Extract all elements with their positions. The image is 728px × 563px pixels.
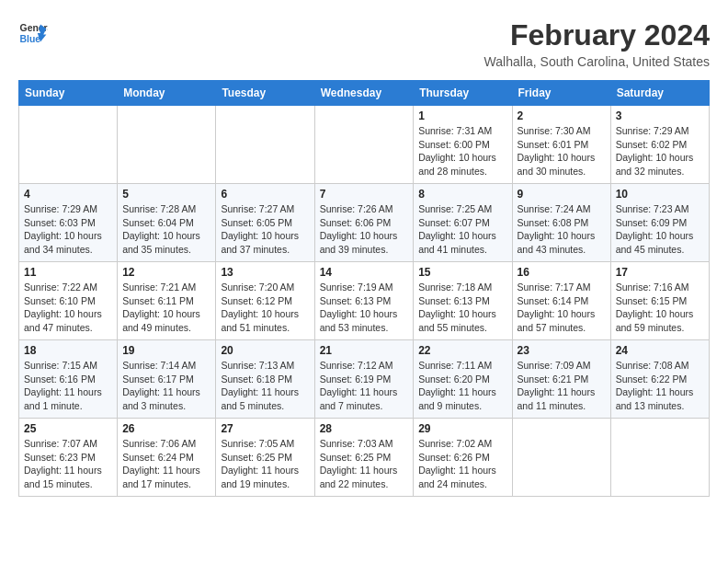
calendar-cell: 18Sunrise: 7:15 AM Sunset: 6:16 PM Dayli… <box>19 340 118 419</box>
calendar-cell: 28Sunrise: 7:03 AM Sunset: 6:25 PM Dayli… <box>314 419 414 497</box>
day-info: Sunrise: 7:03 AM Sunset: 6:25 PM Dayligh… <box>320 437 409 491</box>
week-row-3: 11Sunrise: 7:22 AM Sunset: 6:10 PM Dayli… <box>19 262 710 340</box>
calendar-cell: 1Sunrise: 7:31 AM Sunset: 6:00 PM Daylig… <box>414 106 512 184</box>
calendar-cell: 15Sunrise: 7:18 AM Sunset: 6:13 PM Dayli… <box>414 262 512 340</box>
day-info: Sunrise: 7:30 AM Sunset: 6:01 PM Dayligh… <box>518 124 606 178</box>
day-number: 22 <box>418 344 506 357</box>
day-number: 4 <box>24 188 112 201</box>
day-info: Sunrise: 7:29 AM Sunset: 6:02 PM Dayligh… <box>616 124 704 178</box>
day-number: 16 <box>518 266 606 279</box>
day-info: Sunrise: 7:17 AM Sunset: 6:14 PM Dayligh… <box>518 281 606 335</box>
calendar-cell: 17Sunrise: 7:16 AM Sunset: 6:15 PM Dayli… <box>610 262 709 340</box>
calendar-cell: 8Sunrise: 7:25 AM Sunset: 6:07 PM Daylig… <box>414 184 512 262</box>
day-info: Sunrise: 7:21 AM Sunset: 6:11 PM Dayligh… <box>122 281 210 335</box>
day-info: Sunrise: 7:19 AM Sunset: 6:13 PM Dayligh… <box>320 281 409 335</box>
calendar-cell: 3Sunrise: 7:29 AM Sunset: 6:02 PM Daylig… <box>610 106 709 184</box>
calendar-cell: 7Sunrise: 7:26 AM Sunset: 6:06 PM Daylig… <box>314 184 414 262</box>
day-number: 17 <box>616 266 704 279</box>
day-info: Sunrise: 7:05 AM Sunset: 6:25 PM Dayligh… <box>221 437 309 491</box>
header-day-friday: Friday <box>512 81 610 106</box>
day-number: 11 <box>24 266 112 279</box>
day-info: Sunrise: 7:22 AM Sunset: 6:10 PM Dayligh… <box>24 281 112 335</box>
day-info: Sunrise: 7:11 AM Sunset: 6:20 PM Dayligh… <box>418 359 506 413</box>
header-day-saturday: Saturday <box>610 81 709 106</box>
calendar-cell <box>118 106 216 184</box>
week-row-4: 18Sunrise: 7:15 AM Sunset: 6:16 PM Dayli… <box>19 340 710 419</box>
calendar-cell: 5Sunrise: 7:28 AM Sunset: 6:04 PM Daylig… <box>118 184 216 262</box>
day-info: Sunrise: 7:24 AM Sunset: 6:08 PM Dayligh… <box>518 202 606 257</box>
day-number: 26 <box>122 422 210 435</box>
day-info: Sunrise: 7:06 AM Sunset: 6:24 PM Dayligh… <box>122 437 210 491</box>
calendar-cell <box>19 106 118 184</box>
calendar-cell: 4Sunrise: 7:29 AM Sunset: 6:03 PM Daylig… <box>19 184 118 262</box>
day-info: Sunrise: 7:31 AM Sunset: 6:00 PM Dayligh… <box>418 124 506 178</box>
calendar-table: SundayMondayTuesdayWednesdayThursdayFrid… <box>18 80 710 497</box>
calendar-cell: 2Sunrise: 7:30 AM Sunset: 6:01 PM Daylig… <box>512 106 610 184</box>
day-info: Sunrise: 7:08 AM Sunset: 6:22 PM Dayligh… <box>616 359 704 413</box>
logo-icon: General Blue <box>18 18 48 48</box>
day-info: Sunrise: 7:29 AM Sunset: 6:03 PM Dayligh… <box>24 202 112 257</box>
header-day-tuesday: Tuesday <box>216 81 314 106</box>
svg-text:Blue: Blue <box>20 34 41 44</box>
calendar-cell <box>216 106 314 184</box>
calendar-cell: 25Sunrise: 7:07 AM Sunset: 6:23 PM Dayli… <box>19 419 118 497</box>
calendar-cell: 14Sunrise: 7:19 AM Sunset: 6:13 PM Dayli… <box>314 262 414 340</box>
logo: General Blue <box>18 18 48 48</box>
day-number: 24 <box>616 344 704 357</box>
day-info: Sunrise: 7:23 AM Sunset: 6:09 PM Dayligh… <box>616 202 704 257</box>
day-number: 23 <box>518 344 606 357</box>
month-year-title: February 2024 <box>484 18 710 52</box>
calendar-cell: 26Sunrise: 7:06 AM Sunset: 6:24 PM Dayli… <box>118 419 216 497</box>
day-number: 12 <box>122 266 210 279</box>
day-number: 3 <box>616 109 704 122</box>
calendar-cell: 20Sunrise: 7:13 AM Sunset: 6:18 PM Dayli… <box>216 340 314 419</box>
day-info: Sunrise: 7:18 AM Sunset: 6:13 PM Dayligh… <box>418 281 506 335</box>
header-day-sunday: Sunday <box>19 81 118 106</box>
title-block: February 2024 Walhalla, South Carolina, … <box>484 18 710 69</box>
location-subtitle: Walhalla, South Carolina, United States <box>484 54 710 69</box>
day-info: Sunrise: 7:26 AM Sunset: 6:06 PM Dayligh… <box>320 202 409 257</box>
calendar-cell: 12Sunrise: 7:21 AM Sunset: 6:11 PM Dayli… <box>118 262 216 340</box>
day-info: Sunrise: 7:20 AM Sunset: 6:12 PM Dayligh… <box>221 281 309 335</box>
day-info: Sunrise: 7:28 AM Sunset: 6:04 PM Dayligh… <box>122 202 210 257</box>
day-number: 2 <box>518 109 606 122</box>
calendar-cell: 19Sunrise: 7:14 AM Sunset: 6:17 PM Dayli… <box>118 340 216 419</box>
day-info: Sunrise: 7:09 AM Sunset: 6:21 PM Dayligh… <box>518 359 606 413</box>
calendar-cell: 10Sunrise: 7:23 AM Sunset: 6:09 PM Dayli… <box>610 184 709 262</box>
header-day-thursday: Thursday <box>414 81 512 106</box>
calendar-cell: 22Sunrise: 7:11 AM Sunset: 6:20 PM Dayli… <box>414 340 512 419</box>
day-number: 29 <box>418 422 506 435</box>
day-number: 8 <box>418 188 506 201</box>
day-info: Sunrise: 7:15 AM Sunset: 6:16 PM Dayligh… <box>24 359 112 413</box>
day-number: 9 <box>518 188 606 201</box>
header-day-wednesday: Wednesday <box>314 81 414 106</box>
calendar-cell: 24Sunrise: 7:08 AM Sunset: 6:22 PM Dayli… <box>610 340 709 419</box>
day-number: 10 <box>616 188 704 201</box>
calendar-cell: 16Sunrise: 7:17 AM Sunset: 6:14 PM Dayli… <box>512 262 610 340</box>
week-row-1: 1Sunrise: 7:31 AM Sunset: 6:00 PM Daylig… <box>19 106 710 184</box>
page-header: General Blue February 2024 Walhalla, Sou… <box>18 18 710 69</box>
calendar-cell: 27Sunrise: 7:05 AM Sunset: 6:25 PM Dayli… <box>216 419 314 497</box>
day-number: 14 <box>320 266 409 279</box>
day-number: 1 <box>418 109 506 122</box>
day-info: Sunrise: 7:14 AM Sunset: 6:17 PM Dayligh… <box>122 359 210 413</box>
day-number: 15 <box>418 266 506 279</box>
calendar-cell: 21Sunrise: 7:12 AM Sunset: 6:19 PM Dayli… <box>314 340 414 419</box>
day-info: Sunrise: 7:02 AM Sunset: 6:26 PM Dayligh… <box>418 437 506 491</box>
day-number: 18 <box>24 344 112 357</box>
day-info: Sunrise: 7:13 AM Sunset: 6:18 PM Dayligh… <box>221 359 309 413</box>
week-row-5: 25Sunrise: 7:07 AM Sunset: 6:23 PM Dayli… <box>19 419 710 497</box>
day-number: 5 <box>122 188 210 201</box>
calendar-cell: 11Sunrise: 7:22 AM Sunset: 6:10 PM Dayli… <box>19 262 118 340</box>
calendar-cell <box>610 419 709 497</box>
day-info: Sunrise: 7:27 AM Sunset: 6:05 PM Dayligh… <box>221 202 309 257</box>
day-number: 25 <box>24 422 112 435</box>
calendar-header-row: SundayMondayTuesdayWednesdayThursdayFrid… <box>19 81 710 106</box>
day-number: 13 <box>221 266 309 279</box>
day-info: Sunrise: 7:25 AM Sunset: 6:07 PM Dayligh… <box>418 202 506 257</box>
calendar-cell <box>512 419 610 497</box>
week-row-2: 4Sunrise: 7:29 AM Sunset: 6:03 PM Daylig… <box>19 184 710 262</box>
calendar-cell: 29Sunrise: 7:02 AM Sunset: 6:26 PM Dayli… <box>414 419 512 497</box>
day-number: 19 <box>122 344 210 357</box>
day-number: 28 <box>320 422 409 435</box>
